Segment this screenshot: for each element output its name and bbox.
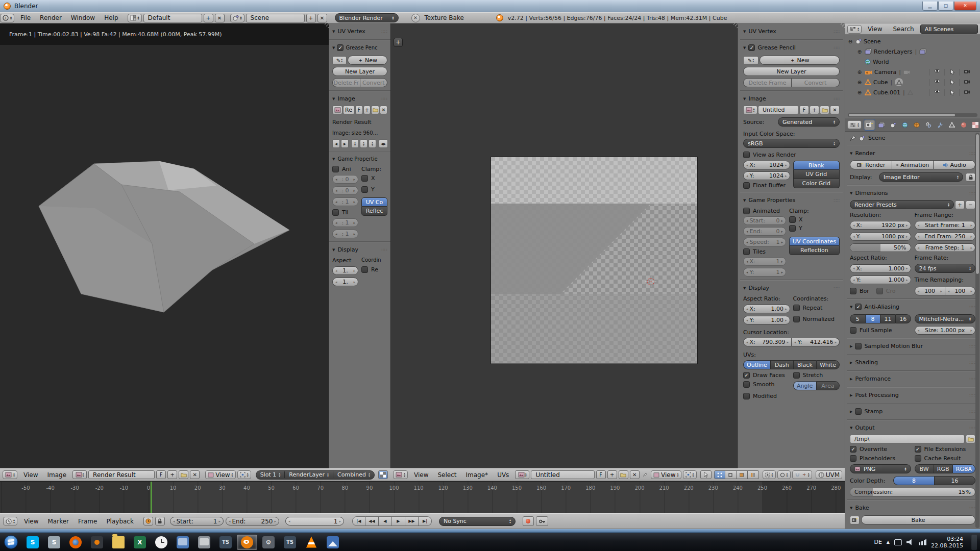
- timeline-menu-frame[interactable]: Frame: [74, 518, 102, 525]
- tiles-x-field[interactable]: : 1: [332, 218, 358, 227]
- add-preset-button[interactable]: +: [955, 201, 965, 209]
- close-layout-button[interactable]: ✕: [215, 14, 225, 22]
- tiles-checkbox[interactable]: [743, 248, 750, 255]
- taskbar-icon-photo-viewer[interactable]: [323, 535, 343, 550]
- open-image-button[interactable]: [179, 470, 188, 479]
- aspect-y-field[interactable]: Y:1.00: [743, 316, 790, 324]
- tab-material[interactable]: [958, 119, 969, 130]
- unlink-image-button[interactable]: ✕: [830, 106, 840, 114]
- expand-icon[interactable]: ⊕: [856, 90, 863, 95]
- uv-draw-white-toggle[interactable]: White: [816, 360, 840, 369]
- uv-image-editor[interactable]: +: [390, 23, 738, 468]
- repeat-checkbox[interactable]: [361, 266, 368, 273]
- output-path-field[interactable]: /tmp\: [850, 435, 965, 443]
- start-field[interactable]: : 0: [332, 175, 358, 184]
- reflection-toggle[interactable]: Reflec: [361, 207, 387, 216]
- grease-pencil-new-button[interactable]: ＋New: [760, 56, 840, 65]
- expand-icon[interactable]: ⊕: [856, 80, 863, 85]
- repeat-checkbox[interactable]: [793, 305, 800, 311]
- aa-samples-8[interactable]: 8: [865, 314, 880, 323]
- section-anti-aliasing[interactable]: Anti-Aliasing∷∷: [850, 302, 975, 312]
- start-frame-field[interactable]: Start Frame: 1: [915, 221, 976, 230]
- unlink-image-button[interactable]: ✕: [380, 106, 387, 114]
- unlink-image-button[interactable]: ✕: [190, 470, 200, 479]
- tiles-y-field[interactable]: Y:1: [743, 268, 786, 277]
- taskbar-icon-settings[interactable]: ⚙: [258, 535, 279, 550]
- time-remap-new-field[interactable]: 100: [945, 287, 975, 295]
- uv-draw-outline-toggle[interactable]: Outline: [743, 360, 770, 369]
- select-mode-island-button[interactable]: [748, 470, 759, 479]
- unlink-image-button[interactable]: ✕: [630, 470, 640, 479]
- color-depth-16-toggle[interactable]: 16: [934, 476, 975, 485]
- uv-coordinates-toggle[interactable]: UV Co: [361, 197, 387, 207]
- outliner-row-world[interactable]: World: [847, 57, 978, 67]
- breadcrumb[interactable]: Scene: [868, 135, 886, 141]
- scene-name-field[interactable]: Scene: [246, 14, 305, 22]
- snap-dropdown[interactable]: ▴▾: [792, 470, 812, 479]
- stretch-area-toggle[interactable]: Area: [816, 381, 840, 390]
- image-name-field[interactable]: Untitled: [531, 470, 594, 479]
- collapse-icon[interactable]: ⊖: [847, 39, 853, 44]
- render-animation-button[interactable]: Animation: [892, 160, 934, 169]
- pin-icon[interactable]: [643, 471, 647, 478]
- channels-bw-toggle[interactable]: BW: [915, 464, 934, 473]
- taskbar-icon-skype[interactable]: S: [22, 535, 43, 550]
- hide-toggle[interactable]: [929, 69, 944, 76]
- convert-button[interactable]: Convert: [360, 78, 388, 87]
- panel-grip[interactable]: ∷∷: [970, 409, 975, 414]
- image-editor-render-result[interactable]: Frame:1 | Time:00:02.83 | Ve:98 Fa:42 | …: [0, 23, 329, 468]
- aa-samples-5[interactable]: 5: [850, 314, 865, 323]
- remove-preset-button[interactable]: −: [966, 201, 975, 209]
- tab-world[interactable]: [899, 119, 910, 130]
- section-performance[interactable]: Performance∷∷: [850, 374, 975, 384]
- sticky-selection-dropdown[interactable]: ▴▾: [763, 470, 776, 479]
- delete-frame-button[interactable]: Delete Frame: [743, 78, 792, 87]
- editor-type-properties-button[interactable]: ▴▾: [847, 120, 862, 129]
- aa-filter-dropdown[interactable]: Mitchell-Netra...▴▾: [915, 314, 976, 323]
- volume-icon[interactable]: [906, 539, 914, 545]
- slider-button[interactable]: ◂▸: [379, 139, 388, 148]
- section-output[interactable]: Output∷∷: [850, 423, 975, 433]
- select-mode-face-button[interactable]: [737, 470, 748, 479]
- aa-size-field[interactable]: Size: 1.000 px: [915, 326, 976, 335]
- anti-aliasing-checkbox[interactable]: [855, 304, 862, 310]
- panel-grip[interactable]: ∷∷: [970, 191, 975, 196]
- tab-texture[interactable]: [970, 119, 980, 130]
- cancel-job-button[interactable]: ✕: [411, 14, 420, 22]
- use-preview-range-button[interactable]: [143, 517, 153, 525]
- toolshelf-expand-button[interactable]: +: [394, 38, 403, 47]
- normalized-checkbox[interactable]: [793, 316, 800, 322]
- image-datablock-icon[interactable]: ▴▾: [743, 106, 757, 114]
- outliner-item-label[interactable]: Camera: [874, 69, 896, 76]
- tab-constraints[interactable]: [923, 119, 934, 130]
- taskbar-icon-firefox[interactable]: [65, 535, 86, 550]
- bake-button[interactable]: Bake: [861, 515, 975, 524]
- file-extensions-checkbox[interactable]: [915, 446, 921, 453]
- resolution-y-field[interactable]: Y:1080 px: [850, 232, 911, 241]
- animated-checkbox[interactable]: [743, 208, 750, 214]
- sync-selection-button[interactable]: [700, 470, 712, 479]
- outliner-menu-view[interactable]: View: [863, 26, 887, 33]
- pivot-dropdown[interactable]: ▴▾: [237, 470, 251, 479]
- stretch-checkbox[interactable]: [793, 372, 800, 379]
- image-menu-image[interactable]: Image: [43, 471, 71, 479]
- cursor-x-field[interactable]: X:790.309: [743, 338, 792, 346]
- uv-menu-view[interactable]: View: [409, 471, 433, 479]
- uv-image-canvas[interactable]: [491, 157, 698, 364]
- clamp-y-checkbox[interactable]: [361, 186, 368, 193]
- taskbar-icon-dark-app[interactable]: [87, 535, 107, 550]
- display-channels-button[interactable]: [378, 470, 388, 479]
- prev-keyframe-button[interactable]: ◀◀: [365, 516, 379, 526]
- generated-type-color-grid[interactable]: Color Grid: [793, 179, 840, 188]
- render-display-dropdown[interactable]: Image Editor▴▾: [879, 172, 963, 182]
- speed-field[interactable]: : 1: [332, 197, 358, 206]
- add-image-button[interactable]: +: [607, 470, 617, 479]
- outliner-row-cube[interactable]: ⊕ Cube |: [847, 77, 978, 87]
- taskbar-icon-blender[interactable]: [237, 535, 257, 550]
- panel-grip[interactable]: ∷∷: [834, 29, 840, 34]
- add-image-button[interactable]: +: [363, 106, 371, 114]
- view-mode-dropdown[interactable]: View ▴▾: [205, 470, 236, 479]
- panel-grip[interactable]: ∷∷: [834, 96, 840, 102]
- selectable-toggle[interactable]: [944, 69, 959, 76]
- selectable-toggle[interactable]: [944, 89, 959, 96]
